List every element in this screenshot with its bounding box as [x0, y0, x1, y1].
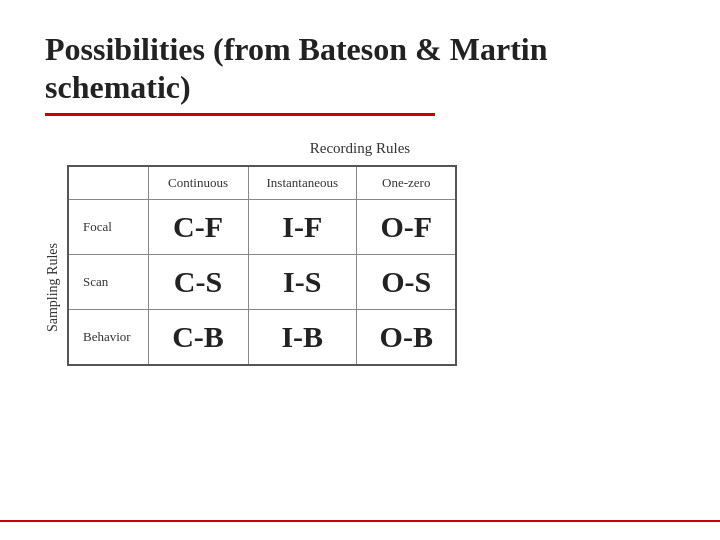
row-label-focal: Focal	[68, 199, 148, 254]
matrix-table: Continuous Instantaneous One-zero Focal …	[67, 165, 457, 366]
table-row: Focal C-F I-F O-F	[68, 199, 456, 254]
header-instantaneous: Instantaneous	[248, 166, 356, 200]
header-continuous: Continuous	[148, 166, 248, 200]
header-empty	[68, 166, 148, 200]
sampling-rules-label: Sampling Rules	[45, 243, 61, 332]
row-label-behavior: Behavior	[68, 309, 148, 365]
cell-os: O-S	[356, 254, 456, 309]
table-row: Scan C-S I-S O-S	[68, 254, 456, 309]
cell-cb: C-B	[148, 309, 248, 365]
table-area: Sampling Rules Continuous Instantaneous …	[45, 165, 675, 366]
header-one-zero: One-zero	[356, 166, 456, 200]
row-label-scan: Scan	[68, 254, 148, 309]
cell-ib: I-B	[248, 309, 356, 365]
table-row: Behavior C-B I-B O-B	[68, 309, 456, 365]
cell-cf: C-F	[148, 199, 248, 254]
sampling-rules-wrapper: Sampling Rules	[45, 165, 61, 365]
cell-cs: C-S	[148, 254, 248, 309]
cell-if: I-F	[248, 199, 356, 254]
title-line1: Possibilities (from Bateson & Martin	[45, 31, 547, 67]
cell-of: O-F	[356, 199, 456, 254]
cell-is: I-S	[248, 254, 356, 309]
cell-ob: O-B	[356, 309, 456, 365]
recording-rules-label: Recording Rules	[45, 140, 675, 157]
bottom-line	[0, 520, 720, 522]
title-underline	[45, 113, 435, 116]
title-line2: schematic)	[45, 69, 191, 105]
slide-title: Possibilities (from Bateson & Martin sch…	[45, 30, 675, 107]
slide: Possibilities (from Bateson & Martin sch…	[0, 0, 720, 540]
